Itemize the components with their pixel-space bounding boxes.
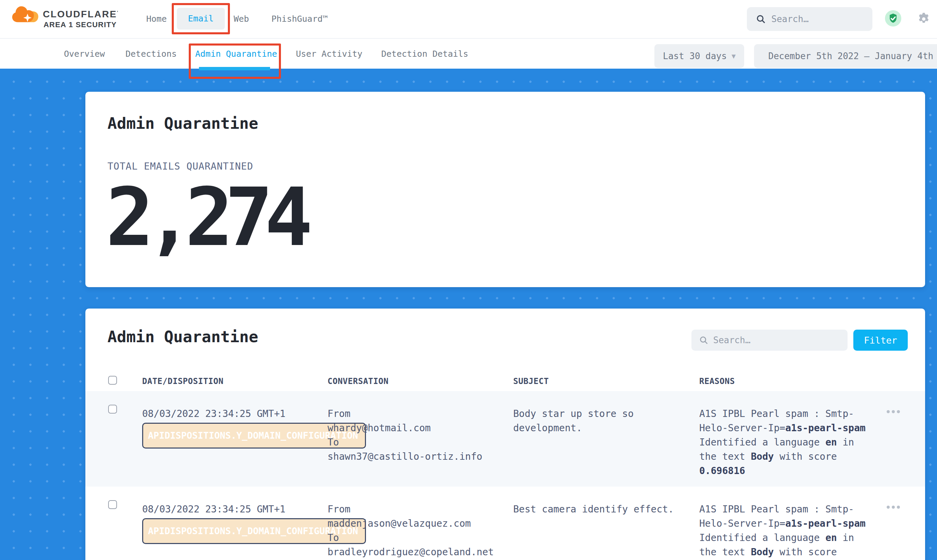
date-range-dropdown[interactable]: Last 30 days ▼	[655, 44, 744, 68]
from-email[interactable]: maddenjason@velazquez.com	[327, 517, 513, 531]
filter-button[interactable]: Filter	[853, 329, 908, 351]
col-header-date-disposition: DATE/DISPOSITION	[142, 377, 224, 386]
quarantine-stats-card: Admin Quarantine TOTAL EMAILS QUARANTINE…	[85, 92, 925, 287]
from-email[interactable]: whardy@hotmail.com	[327, 421, 513, 435]
date-range-text: December 5th 2022 — January 4th 2023	[768, 51, 937, 61]
global-search-input[interactable]	[771, 14, 857, 24]
row-more-button[interactable]	[887, 410, 900, 413]
stats-card-title: Admin Quarantine	[108, 114, 258, 132]
row-checkbox[interactable]	[108, 405, 117, 414]
cloudflare-logo-icon	[12, 4, 41, 27]
nav-item-email[interactable]: Email	[177, 8, 225, 29]
from-label: From	[327, 407, 513, 421]
subnav-item-detection-details[interactable]: Detection Details	[381, 39, 468, 69]
logo-brand-text: CLOUDFLARE'	[43, 9, 119, 20]
chevron-down-icon: ▼	[732, 52, 736, 60]
email-subnav: Overview Detections Admin Quarantine Use…	[0, 38, 937, 69]
date-disposition-cell: 08/03/2022 23:34:25 GMT+1 APIDISPOSITION…	[142, 502, 327, 544]
subject-cell: Body star up store so development.	[513, 407, 683, 435]
search-icon	[756, 14, 766, 24]
subject-cell: Best camera identify effect.	[513, 502, 683, 517]
date-range-display[interactable]: December 5th 2022 — January 4th 2023	[754, 44, 937, 68]
col-header-conversation: CONVERSATION	[327, 377, 388, 386]
global-search[interactable]	[747, 7, 872, 31]
annotation-box-email-tab: Email	[172, 3, 230, 34]
reasons-cell: A1S IPBL Pearl spam : Smtp-Helo-Server-I…	[699, 407, 883, 478]
subnav-item-overview[interactable]: Overview	[64, 39, 105, 69]
row-date: 08/03/2022 23:34:25 GMT+1	[142, 407, 327, 421]
logo-product-text: AREA 1 SECURITY	[43, 20, 117, 29]
page-background: Admin Quarantine TOTAL EMAILS QUARANTINE…	[0, 69, 937, 560]
to-email[interactable]: shawn37@castillo-ortiz.info	[327, 449, 513, 464]
total-quarantined-value: 2,274	[106, 176, 304, 259]
nav-item-web[interactable]: Web	[234, 0, 249, 38]
settings-gear-icon[interactable]	[916, 12, 931, 28]
select-all-checkbox[interactable]	[108, 376, 117, 385]
conversation-cell: From maddenjason@velazquez.com To bradle…	[327, 502, 513, 559]
reasons-cell: A1S IPBL Pearl spam : Smtp-Helo-Server-I…	[699, 502, 883, 560]
subnav-item-detections[interactable]: Detections	[125, 39, 177, 69]
table-search-input[interactable]	[713, 335, 826, 345]
nav-item-home[interactable]: Home	[146, 0, 167, 38]
annotation-box-admin-quarantine-tab	[189, 43, 281, 79]
table-search[interactable]	[692, 329, 847, 351]
nav-item-phishguard[interactable]: PhishGuard™	[272, 0, 328, 38]
table-row: 08/03/2022 23:34:25 GMT+1 APIDISPOSITION…	[85, 391, 925, 486]
date-range-dropdown-label: Last 30 days	[663, 51, 727, 61]
row-checkbox[interactable]	[108, 500, 117, 509]
app-header: CLOUDFLARE' AREA 1 SECURITY Home Email W…	[0, 0, 937, 38]
col-header-reasons: REASONS	[699, 377, 735, 386]
table-row: 08/03/2022 23:34:25 GMT+1 APIDISPOSITION…	[85, 486, 925, 560]
table-card-title: Admin Quarantine	[108, 328, 258, 346]
to-label: To	[327, 435, 513, 449]
quarantine-table-card: Admin Quarantine Filter DATE/DISPOSITION…	[85, 309, 925, 560]
security-status-icon[interactable]	[885, 10, 901, 28]
to-label: To	[327, 531, 513, 545]
from-label: From	[327, 502, 513, 517]
subnav-item-user-activity[interactable]: User Activity	[296, 39, 363, 69]
conversation-cell: From whardy@hotmail.com To shawn37@casti…	[327, 407, 513, 464]
row-date: 08/03/2022 23:34:25 GMT+1	[142, 502, 327, 517]
col-header-subject: SUBJECT	[513, 377, 549, 386]
table-header-row: DATE/DISPOSITION CONVERSATION SUBJECT RE…	[85, 363, 925, 391]
search-icon	[699, 335, 709, 345]
to-email[interactable]: bradleyrodriguez@copeland.net	[327, 545, 513, 559]
total-quarantined-label: TOTAL EMAILS QUARANTINED	[108, 161, 253, 172]
date-disposition-cell: 08/03/2022 23:34:25 GMT+1 APIDISPOSITION…	[142, 407, 327, 449]
row-more-button[interactable]	[887, 506, 900, 509]
